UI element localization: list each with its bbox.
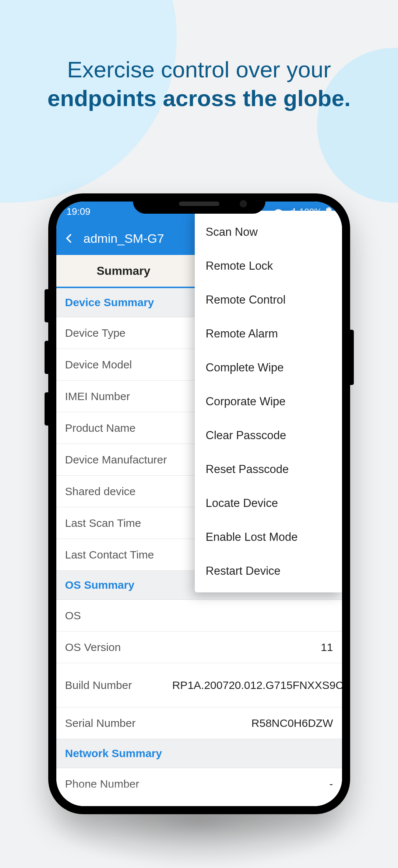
- headline-line2: endpoints across the globe.: [0, 84, 398, 113]
- actions-menu: Scan Now Remote Lock Remote Control Remo…: [195, 211, 342, 592]
- label: Device Model: [65, 358, 132, 371]
- back-icon[interactable]: [64, 233, 75, 244]
- value: 11: [321, 640, 333, 654]
- value: RP1A.200720.012.G715FNXXS9CUL2: [172, 678, 333, 692]
- row-os[interactable]: OS: [56, 600, 342, 631]
- headline-line1: Exercise control over your: [0, 55, 398, 84]
- phone-notch: [133, 193, 265, 214]
- phone-speaker: [179, 202, 219, 206]
- label: Product Name: [65, 422, 136, 434]
- menu-complete-wipe[interactable]: Complete Wipe: [195, 351, 342, 385]
- label: IMEI Number: [65, 390, 130, 403]
- row-build-number[interactable]: Build NumberRP1A.200720.012.G715FNXXS9CU…: [56, 663, 342, 707]
- label: Serial Number: [65, 717, 136, 729]
- menu-restart-device[interactable]: Restart Device: [195, 554, 342, 588]
- label: OS Version: [65, 641, 121, 654]
- section-network-summary: Network Summary: [56, 739, 342, 768]
- phone-camera: [240, 200, 247, 207]
- status-time: 19:09: [67, 206, 91, 217]
- row-phone-number[interactable]: Phone Number-: [56, 768, 342, 800]
- phone-screen: 19:09 100% admin_SM-G7 Summary Device Su…: [56, 202, 342, 806]
- phone-frame: 19:09 100% admin_SM-G7 Summary Device Su…: [48, 193, 350, 814]
- row-subscriber-carrier[interactable]: Subscriber Carrier: [56, 800, 342, 806]
- menu-scan-now[interactable]: Scan Now: [195, 215, 342, 249]
- label: Last Scan Time: [65, 517, 141, 529]
- menu-locate-device[interactable]: Locate Device: [195, 486, 342, 520]
- label: OS: [65, 609, 81, 622]
- label: Device Type: [65, 327, 126, 339]
- menu-corporate-wipe[interactable]: Corporate Wipe: [195, 385, 342, 419]
- menu-enable-lost-mode[interactable]: Enable Lost Mode: [195, 520, 342, 554]
- svg-rect-4: [327, 207, 330, 208]
- tab-summary[interactable]: Summary: [97, 264, 151, 278]
- menu-remote-alarm[interactable]: Remote Alarm: [195, 317, 342, 351]
- menu-remote-control[interactable]: Remote Control: [195, 283, 342, 317]
- row-serial-number[interactable]: Serial NumberR58NC0H6DZW: [56, 707, 342, 739]
- menu-reset-passcode[interactable]: Reset Passcode: [195, 452, 342, 486]
- menu-remote-lock[interactable]: Remote Lock: [195, 249, 342, 283]
- label: Phone Number: [65, 778, 140, 790]
- value: R58NC0H6DZW: [251, 716, 333, 730]
- row-os-version[interactable]: OS Version11: [56, 631, 342, 663]
- label: Device Manufacturer: [65, 454, 167, 466]
- value: -: [330, 777, 333, 791]
- menu-clear-passcode[interactable]: Clear Passcode: [195, 419, 342, 452]
- label: Last Contact Time: [65, 549, 154, 561]
- app-bar-title: admin_SM-G7: [84, 231, 164, 246]
- label: Shared device: [65, 485, 136, 498]
- marketing-headline: Exercise control over your endpoints acr…: [0, 55, 398, 112]
- label: Build Number: [65, 679, 132, 692]
